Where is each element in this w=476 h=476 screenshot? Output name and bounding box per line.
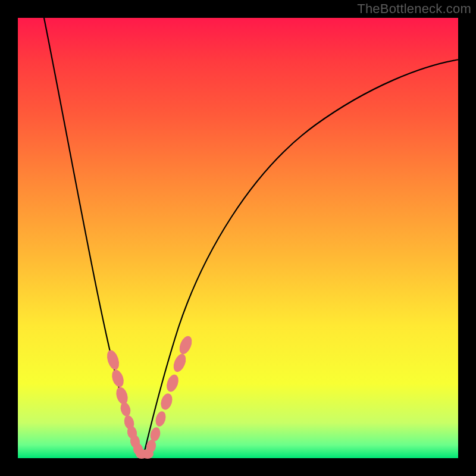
curve-marker	[110, 368, 126, 389]
watermark-text: TheBottleneck.com	[357, 1, 471, 17]
curve-marker	[119, 401, 132, 417]
curve-marker	[171, 352, 189, 374]
curve-marker	[154, 410, 168, 427]
chart-svg	[18, 18, 458, 458]
outer-frame: TheBottleneck.com	[0, 0, 476, 476]
curve-marker	[114, 386, 130, 406]
marker-group	[105, 334, 194, 459]
curve-marker	[105, 349, 121, 371]
curve-marker	[164, 373, 180, 393]
right-curve	[143, 60, 459, 458]
plot-area	[18, 18, 458, 458]
curve-marker	[177, 334, 194, 356]
curve-marker	[159, 392, 174, 411]
